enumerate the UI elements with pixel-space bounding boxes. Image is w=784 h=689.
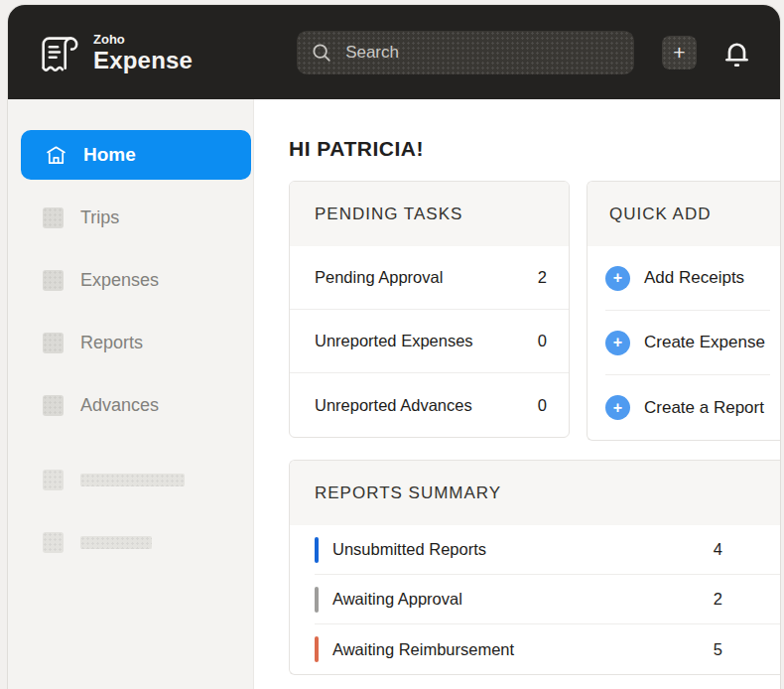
sidebar-item-trips[interactable]: Trips xyxy=(8,187,253,249)
search-input[interactable] xyxy=(345,43,620,63)
row-label: Awaiting Approval xyxy=(332,590,714,609)
row-label: Unreported Advances xyxy=(315,396,472,415)
brand-zoho: Zoho xyxy=(93,33,193,46)
skeleton-bar xyxy=(80,536,152,549)
placeholder-icon xyxy=(43,207,64,228)
sidebar-item-home[interactable]: Home xyxy=(21,130,251,180)
sidebar-skeleton-item xyxy=(8,511,253,574)
plus-circle-icon: + xyxy=(605,331,630,355)
create-report-action[interactable]: + Create a Report xyxy=(605,375,770,440)
row-count: 0 xyxy=(538,396,547,415)
sidebar-item-label: Expenses xyxy=(80,270,159,291)
home-icon xyxy=(45,144,67,167)
sidebar-skeleton-item xyxy=(8,449,253,511)
search-icon xyxy=(311,42,332,64)
awaiting-approval-row[interactable]: Awaiting Approval 2 xyxy=(315,575,780,624)
sidebar-item-label: Trips xyxy=(80,207,119,228)
plus-circle-icon: + xyxy=(605,266,630,291)
placeholder-icon xyxy=(43,470,64,490)
search-bar[interactable] xyxy=(297,31,634,74)
topbar-actions: + xyxy=(662,36,752,69)
unreported-expenses-row[interactable]: Unreported Expenses 0 xyxy=(290,310,569,373)
pending-tasks-title: PENDING TASKS xyxy=(290,182,569,246)
placeholder-icon xyxy=(43,395,64,416)
sidebar-item-label: Advances xyxy=(80,395,159,416)
pending-approval-row[interactable]: Pending Approval 2 xyxy=(290,246,569,310)
app-window: Zoho Expense + xyxy=(7,4,781,689)
action-label: Add Receipts xyxy=(644,268,744,288)
action-label: Create Expense xyxy=(644,333,765,352)
sidebar-item-label: Home xyxy=(83,144,136,166)
plus-circle-icon: + xyxy=(605,395,630,420)
placeholder-icon xyxy=(43,270,64,291)
row-count: 5 xyxy=(714,640,722,659)
sidebar-item-expenses[interactable]: Expenses xyxy=(8,249,253,312)
action-label: Create a Report xyxy=(644,398,764,418)
status-color-bar xyxy=(315,537,319,563)
row-label: Awaiting Reimbursement xyxy=(332,640,714,659)
quick-add-card: QUICK ADD + Add Receipts + Create Expens… xyxy=(587,181,780,441)
sidebar-item-label: Reports xyxy=(80,333,143,353)
sidebar: Home Trips Expenses Reports Advances xyxy=(8,99,254,689)
status-color-bar xyxy=(315,587,319,613)
status-color-bar xyxy=(315,636,319,662)
unsubmitted-reports-row[interactable]: Unsubmitted Reports 4 xyxy=(315,525,780,575)
pending-tasks-card: PENDING TASKS Pending Approval 2 Unrepor… xyxy=(289,181,570,438)
brand-expense: Expense xyxy=(93,49,193,72)
create-expense-action[interactable]: + Create Expense xyxy=(605,311,770,375)
global-add-button[interactable]: + xyxy=(662,36,697,69)
placeholder-icon xyxy=(43,532,64,553)
topbar: Zoho Expense + xyxy=(8,5,780,99)
reports-summary-card: REPORTS SUMMARY Unsubmitted Reports 4 Aw… xyxy=(289,460,780,675)
quick-add-title: QUICK ADD xyxy=(588,182,780,246)
placeholder-icon xyxy=(43,333,64,353)
row-count: 0 xyxy=(538,332,547,350)
row-count: 4 xyxy=(714,540,722,559)
sidebar-item-reports[interactable]: Reports xyxy=(8,312,253,374)
page-title: HI PATRICIA! xyxy=(289,137,780,161)
row-count: 2 xyxy=(538,268,547,287)
skeleton-bar xyxy=(80,474,185,486)
zoho-expense-logo: Zoho Expense xyxy=(36,30,193,75)
row-label: Unreported Expenses xyxy=(315,332,473,350)
awaiting-reimbursement-row[interactable]: Awaiting Reimbursement 5 xyxy=(315,624,780,674)
reports-summary-title: REPORTS SUMMARY xyxy=(290,461,780,525)
sidebar-item-advances[interactable]: Advances xyxy=(8,374,253,437)
main-content: HI PATRICIA! PENDING TASKS Pending Appro… xyxy=(254,99,780,689)
row-label: Unsubmitted Reports xyxy=(332,540,714,559)
brand-text: Zoho Expense xyxy=(93,33,193,72)
notifications-bell-icon[interactable] xyxy=(721,36,752,69)
unreported-advances-row[interactable]: Unreported Advances 0 xyxy=(290,373,569,437)
add-receipts-action[interactable]: + Add Receipts xyxy=(605,246,770,311)
row-count: 2 xyxy=(714,590,722,609)
row-label: Pending Approval xyxy=(315,268,443,287)
receipt-logo-icon xyxy=(36,30,81,75)
